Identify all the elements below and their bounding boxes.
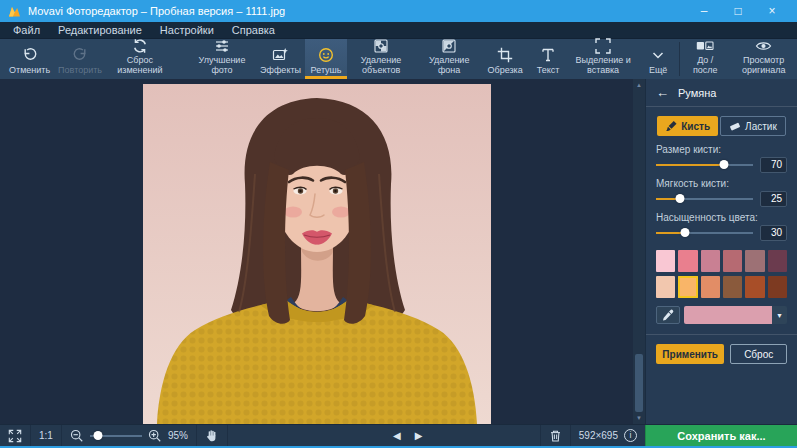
tool-text-button[interactable]: Текст bbox=[527, 39, 569, 79]
brush-eraser-tabs: Кисть Ластик bbox=[656, 116, 787, 136]
scroll-down-icon[interactable]: ▼ bbox=[633, 413, 645, 423]
palette-swatch[interactable] bbox=[678, 276, 697, 298]
back-arrow-icon[interactable]: ← bbox=[656, 86, 669, 99]
hand-tool-button[interactable] bbox=[197, 425, 228, 446]
brush-softness-block: Мягкость кисти: 25 bbox=[656, 178, 787, 205]
close-button[interactable]: × bbox=[755, 0, 789, 22]
statusbar-right: 592×695 i Сохранить как... bbox=[540, 425, 797, 446]
info-icon[interactable]: i bbox=[624, 429, 637, 442]
view-original-button[interactable]: Просмотр оригинала bbox=[730, 39, 797, 79]
reset-button[interactable]: Сброс bbox=[730, 344, 787, 364]
zoom-slider-thumb[interactable] bbox=[93, 431, 102, 440]
tool-crop-button[interactable]: Обрезка bbox=[483, 39, 527, 79]
tool-retouch-button[interactable]: Ретушь bbox=[305, 39, 347, 79]
movavi-app-icon bbox=[8, 5, 21, 18]
actual-size-button[interactable]: 1:1 bbox=[31, 425, 62, 446]
palette-grid bbox=[656, 250, 787, 298]
toolbar-button-label: Удаление фона bbox=[421, 56, 477, 76]
redo-button[interactable]: Повторить bbox=[54, 39, 106, 79]
hand-icon bbox=[205, 428, 219, 443]
tool-effects-button[interactable]: Эффекты bbox=[256, 39, 305, 79]
scroll-up-icon[interactable]: ▲ bbox=[633, 80, 645, 90]
caret-down-icon[interactable]: ▼ bbox=[772, 306, 787, 324]
menubar: Файл Редактирование Настройки Справка bbox=[0, 22, 797, 39]
menu-item-edit[interactable]: Редактирование bbox=[49, 22, 151, 39]
palette-swatch[interactable] bbox=[723, 250, 742, 272]
retouch-side-panel: ← Румяна Кисть Ластик bbox=[645, 79, 797, 424]
titlebar: Movavi Фоторедактор – Пробная версия – 1… bbox=[0, 0, 797, 22]
brush-size-slider[interactable] bbox=[656, 159, 753, 170]
actual-size-label: 1:1 bbox=[39, 430, 53, 441]
toolbar-spacer bbox=[174, 39, 188, 79]
toolbar-button-label: Обрезка bbox=[487, 66, 522, 76]
eyedropper-button[interactable] bbox=[656, 306, 680, 324]
palette-swatch[interactable] bbox=[678, 250, 697, 272]
palette-swatch[interactable] bbox=[768, 276, 787, 298]
toolbar-button-label: Выделение и вставка bbox=[575, 56, 631, 76]
delete-photo-button[interactable] bbox=[540, 425, 571, 446]
toolbar: Отменить Повторить Сброс изменений Улучш… bbox=[0, 39, 797, 79]
window-controls: – □ × bbox=[687, 0, 789, 22]
zoom-slider[interactable] bbox=[90, 431, 142, 440]
palette-swatch[interactable] bbox=[701, 250, 720, 272]
tab-eraser[interactable]: Ластик bbox=[720, 116, 786, 136]
palette-swatch[interactable] bbox=[656, 250, 675, 272]
zoom-out-icon[interactable] bbox=[70, 429, 84, 443]
palette-swatch[interactable] bbox=[745, 250, 764, 272]
zoom-controls: 95% bbox=[62, 425, 197, 446]
tool-selection-paste-button[interactable]: Выделение и вставка bbox=[569, 39, 637, 79]
color-saturation-slider[interactable] bbox=[656, 227, 753, 238]
panel-header: ← Румяна bbox=[656, 79, 787, 106]
panel-divider bbox=[646, 334, 797, 335]
previous-photo-button[interactable]: ◀ bbox=[393, 430, 401, 441]
next-photo-button[interactable]: ▶ bbox=[415, 430, 423, 441]
palette-swatch[interactable] bbox=[745, 276, 764, 298]
app-window: Movavi Фоторедактор – Пробная версия – 1… bbox=[0, 0, 797, 448]
slider-thumb[interactable] bbox=[719, 160, 728, 169]
brush-softness-slider[interactable] bbox=[656, 193, 753, 204]
undo-button[interactable]: Отменить bbox=[5, 39, 54, 79]
main-area: ▲ ▼ ← Румяна Кисть bbox=[0, 79, 797, 424]
maximize-button[interactable]: □ bbox=[721, 0, 755, 22]
editing-canvas[interactable] bbox=[0, 79, 633, 424]
brush-size-value: 70 bbox=[760, 157, 787, 173]
menu-item-file[interactable]: Файл bbox=[4, 22, 49, 39]
photo-canvas-image[interactable] bbox=[143, 84, 491, 424]
canvas-vertical-scrollbar[interactable]: ▲ ▼ bbox=[633, 79, 645, 424]
zoom-in-icon[interactable] bbox=[148, 429, 162, 443]
slider-thumb[interactable] bbox=[681, 228, 690, 237]
text-icon bbox=[540, 45, 556, 64]
color-saturation-block: Насыщенность цвета: 30 bbox=[656, 212, 787, 239]
slider-thumb[interactable] bbox=[676, 194, 685, 203]
tab-brush-label: Кисть bbox=[681, 121, 710, 132]
color-dropdown[interactable]: ▼ bbox=[684, 306, 787, 324]
tool-remove-objects-button[interactable]: Удаление объектов bbox=[347, 39, 415, 79]
toolbar-button-label: До / после bbox=[686, 56, 724, 76]
brush-size-block: Размер кисти: 70 bbox=[656, 144, 787, 171]
palette-swatch[interactable] bbox=[656, 276, 675, 298]
toolbar-button-label: Просмотр оригинала bbox=[736, 56, 791, 76]
palette-swatch[interactable] bbox=[701, 276, 720, 298]
palette-swatch[interactable] bbox=[768, 250, 787, 272]
palette-swatch[interactable] bbox=[723, 276, 742, 298]
apply-button[interactable]: Применить bbox=[656, 344, 724, 364]
tool-remove-background-button[interactable]: Удаление фона bbox=[415, 39, 483, 79]
remove-objects-icon bbox=[373, 38, 389, 54]
save-as-button[interactable]: Сохранить как... bbox=[645, 425, 797, 446]
menu-item-help[interactable]: Справка bbox=[223, 22, 284, 39]
tab-brush[interactable]: Кисть bbox=[657, 116, 718, 136]
before-after-button[interactable]: До / после bbox=[680, 39, 730, 79]
toolbar-button-label: Ретушь bbox=[311, 66, 342, 76]
reset-changes-button[interactable]: Сброс изменений bbox=[106, 39, 174, 79]
toolbar-view-group: До / после Просмотр оригинала bbox=[679, 39, 797, 79]
tool-enhance-button[interactable]: Улучшение фото bbox=[188, 39, 256, 79]
brush-softness-label: Мягкость кисти: bbox=[656, 178, 787, 189]
menu-item-settings[interactable]: Настройки bbox=[151, 22, 223, 39]
minimize-button[interactable]: – bbox=[687, 0, 721, 22]
current-color-swatch[interactable] bbox=[684, 306, 772, 324]
fit-to-screen-button[interactable] bbox=[0, 425, 31, 446]
tool-more-button[interactable]: Ещё bbox=[637, 39, 679, 79]
color-saturation-value: 30 bbox=[760, 225, 787, 241]
toolbar-button-label: Ещё bbox=[649, 66, 667, 76]
scrollbar-thumb[interactable] bbox=[635, 354, 643, 412]
